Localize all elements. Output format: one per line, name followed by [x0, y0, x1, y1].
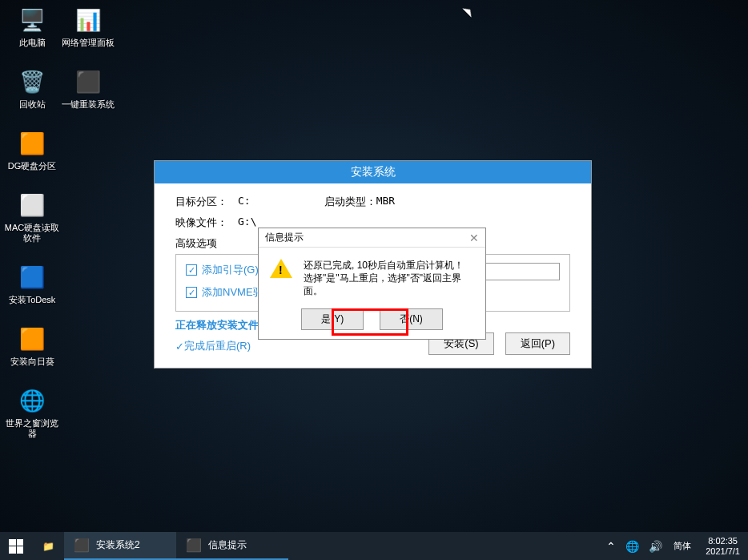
this-pc-icon: 🖥️	[16, 4, 48, 36]
install-todesk-icon: 🟦	[16, 261, 48, 293]
window-title: 安装系统	[155, 161, 591, 183]
dg-partition-label: DG硬盘分区	[8, 161, 57, 171]
dialog-titlebar: 信息提示 ✕	[259, 228, 485, 248]
warning-icon	[270, 259, 292, 281]
taskbar-task-install[interactable]: ⬛ 安装系统2	[64, 532, 176, 560]
desktop-icon-dg-partition[interactable]: 🟧DG硬盘分区	[4, 127, 60, 171]
clock-time: 8:02:35	[706, 536, 740, 546]
taskbar-task-dialog[interactable]: ⬛ 信息提示	[176, 532, 288, 560]
dg-partition-icon: 🟧	[16, 127, 48, 159]
taskbar-task-dialog-label: 信息提示	[208, 538, 247, 552]
task-icon: ⬛	[186, 538, 202, 553]
world-browser-label: 世界之窗浏览器	[4, 418, 60, 439]
checkbox-reboot-after-label: 完成后重启(R)	[184, 339, 251, 353]
yes-button[interactable]: 是(Y)	[301, 308, 364, 330]
recycle-bin-icon: 🗑️	[16, 66, 48, 98]
dialog-msg-line1: 还原已完成, 10秒后自动重启计算机！	[304, 259, 474, 272]
checkbox-add-nvme-label: 添加NVME驱	[202, 285, 263, 300]
info-dialog: 信息提示 ✕ 还原已完成, 10秒后自动重启计算机！ 选择"是"马上重启，选择"…	[258, 228, 486, 340]
recycle-bin-label: 回收站	[19, 99, 46, 110]
network-panel-icon: 📊	[72, 4, 104, 36]
one-click-reinstall-icon: ⬛	[72, 66, 104, 98]
checkbox-add-boot-label: 添加引导(G):	[202, 263, 261, 277]
desktop-icons: 🖥️此电脑🗑️回收站🟧DG硬盘分区⬜MAC硬盘读取软件🟦安装ToDesk🟧安装向…	[4, 4, 116, 439]
install-sunflower-label: 安装向日葵	[10, 357, 54, 367]
file-explorer-button[interactable]: 📁	[32, 532, 64, 560]
ime-indicator[interactable]: 简体	[667, 540, 698, 552]
this-pc-label: 此电脑	[19, 38, 46, 48]
desktop-icon-install-todesk[interactable]: 🟦安装ToDesk	[4, 261, 60, 305]
cursor-icon	[462, 5, 475, 18]
boot-type-value: MBR	[376, 195, 395, 209]
install-todesk-label: 安装ToDesk	[9, 295, 56, 305]
mac-disk-reader-label: MAC硬盘读取软件	[4, 223, 60, 244]
clock-date: 2021/7/1	[706, 546, 740, 557]
desktop-icon-world-browser[interactable]: 🌐世界之窗浏览器	[4, 385, 60, 439]
image-file-value: G:\	[238, 216, 256, 230]
mac-disk-reader-icon: ⬜	[16, 189, 48, 221]
taskbar: 📁 ⬛ 安装系统2 ⬛ 信息提示 ⌃ 🌐 🔊 简体 8:02:35 2021/7…	[0, 532, 748, 560]
desktop-icon-recycle-bin[interactable]: 🗑️回收站	[4, 66, 60, 110]
tray-chevron-icon[interactable]: ⌃	[601, 540, 621, 553]
back-button[interactable]: 返回(P)	[505, 332, 570, 355]
dialog-msg-line2: 选择"是"马上重启，选择"否"返回主界面。	[304, 272, 474, 297]
target-partition-label: 目标分区：	[175, 195, 238, 209]
start-button[interactable]	[0, 532, 32, 560]
desktop-icon-one-click-reinstall[interactable]: ⬛一键重装系统	[60, 66, 116, 110]
windows-logo-icon	[9, 539, 23, 554]
progress-status: 正在释放安装文件	[175, 318, 259, 332]
desktop-icon-network-panel[interactable]: 📊网络管理面板	[60, 4, 116, 48]
boot-type-label: 启动类型：	[324, 195, 376, 209]
taskbar-task-install-label: 安装系统2	[96, 538, 140, 552]
clock[interactable]: 8:02:35 2021/7/1	[698, 536, 748, 557]
dialog-message: 还原已完成, 10秒后自动重启计算机！ 选择"是"马上重启，选择"否"返回主界面…	[304, 259, 474, 297]
no-button[interactable]: 否(N)	[380, 308, 443, 330]
desktop-icon-this-pc[interactable]: 🖥️此电脑	[4, 4, 60, 48]
desktop-icon-mac-disk-reader[interactable]: ⬜MAC硬盘读取软件	[4, 189, 60, 244]
network-panel-label: 网络管理面板	[62, 38, 115, 48]
world-browser-icon: 🌐	[16, 385, 48, 417]
install-sunflower-icon: 🟧	[16, 323, 48, 355]
close-icon[interactable]: ✕	[469, 232, 479, 244]
image-file-label: 映像文件：	[175, 216, 238, 230]
target-partition-value: C:	[238, 195, 251, 209]
volume-icon[interactable]: 🔊	[644, 540, 667, 553]
one-click-reinstall-label: 一键重装系统	[62, 99, 115, 110]
desktop-icon-install-sunflower[interactable]: 🟧安装向日葵	[4, 323, 60, 367]
dialog-title: 信息提示	[265, 231, 304, 244]
network-icon[interactable]: 🌐	[621, 540, 644, 553]
task-icon: ⬛	[74, 538, 90, 553]
